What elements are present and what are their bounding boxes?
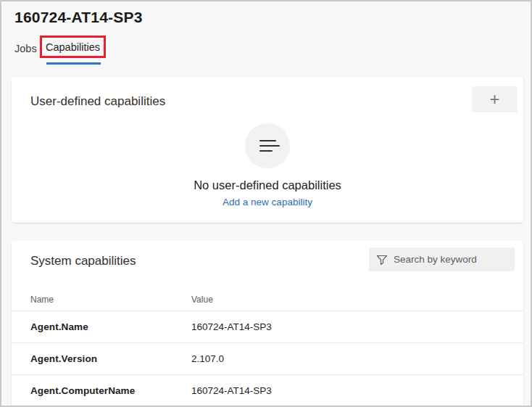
filter-funnel-icon — [376, 254, 388, 266]
capability-value: 160724-AT14-SP3 — [191, 385, 272, 396]
column-header-value: Value — [191, 295, 213, 311]
search-input[interactable] — [394, 254, 502, 265]
user-defined-capabilities-card: User-defined capabilities + No user-defi… — [12, 77, 523, 223]
add-new-capability-link[interactable]: Add a new capability — [12, 197, 523, 207]
capability-value: 2.107.0 — [191, 353, 224, 364]
empty-state-message: No user-defined capabilities — [12, 178, 523, 192]
capability-value: 160724-AT14-SP3 — [191, 321, 272, 332]
table-row: Agent.ComputerName 160724-AT14-SP3 — [12, 375, 523, 407]
tab-capabilities[interactable]: Capabilities — [46, 41, 100, 53]
capability-name: Agent.Version — [30, 353, 191, 364]
column-header-name: Name — [30, 295, 191, 311]
list-lines-icon — [245, 123, 290, 168]
selected-tab-underline — [46, 62, 101, 65]
user-capabilities-title: User-defined capabilities — [30, 94, 165, 109]
search-box[interactable] — [369, 247, 515, 271]
table-row: Agent.Version 2.107.0 — [12, 343, 523, 375]
add-icon: + — [489, 89, 499, 109]
annotation-highlight-box: Capabilities — [40, 36, 106, 58]
table-header-row: Name Value — [12, 295, 523, 311]
agent-capabilities-page: 160724-AT14-SP3 Jobs Capabilities User-d… — [0, 0, 532, 407]
page-title: 160724-AT14-SP3 — [14, 9, 143, 26]
capability-name: Agent.Name — [30, 321, 191, 332]
system-capabilities-title: System capabilities — [30, 254, 136, 268]
system-capabilities-card: System capabilities Name Value Agent.Nam… — [12, 240, 523, 407]
tab-jobs[interactable]: Jobs — [14, 43, 37, 54]
add-capability-button[interactable]: + — [472, 86, 518, 112]
capability-name: Agent.ComputerName — [30, 385, 191, 396]
table-row: Agent.Name 160724-AT14-SP3 — [12, 311, 523, 343]
